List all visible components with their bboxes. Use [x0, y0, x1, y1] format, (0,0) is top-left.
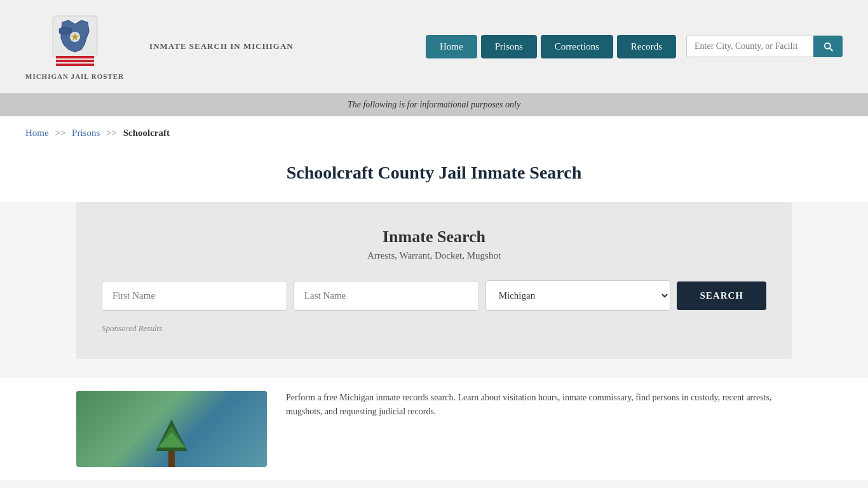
page-title-section: Schoolcraft County Jail Inmate Search: [0, 150, 868, 202]
last-name-input[interactable]: [294, 281, 479, 311]
header-search-wrapper: [686, 36, 843, 57]
svg-rect-3: [56, 56, 94, 58]
site-title: INMATE SEARCH IN MICHIGAN: [149, 41, 294, 52]
info-banner-text: The following is for informational purpo…: [348, 100, 520, 109]
breadcrumb-home-link[interactable]: Home: [25, 128, 49, 138]
facility-image: [76, 391, 267, 467]
svg-rect-6: [168, 451, 175, 467]
first-name-input[interactable]: [102, 281, 287, 311]
search-card-subtitle: Arrests, Warrant, Docket, Mugshot: [102, 250, 766, 261]
nav-prisons-button[interactable]: Prisons: [481, 35, 537, 58]
search-form: Michigan SEARCH: [102, 280, 766, 311]
search-button[interactable]: SEARCH: [677, 281, 766, 310]
tree-icon: [153, 416, 191, 467]
svg-rect-5: [56, 64, 94, 66]
svg-rect-4: [56, 60, 94, 62]
header-search-button[interactable]: [813, 36, 843, 57]
state-select[interactable]: Michigan: [485, 280, 671, 311]
breadcrumb-prisons-link[interactable]: Prisons: [72, 128, 100, 138]
site-header: MICHIGAN JAIL ROSTER INMATE SEARCH IN MI…: [0, 0, 868, 93]
breadcrumb-current: Schoolcraft: [123, 128, 170, 138]
breadcrumb: Home >> Prisons >> Schoolcraft: [0, 116, 868, 150]
logo-area: MICHIGAN JAIL ROSTER: [25, 13, 124, 80]
nav-corrections-button[interactable]: Corrections: [541, 35, 613, 58]
page-title: Schoolcraft County Jail Inmate Search: [25, 163, 843, 183]
breadcrumb-sep2: >>: [106, 128, 117, 138]
info-banner: The following is for informational purpo…: [0, 93, 868, 116]
search-icon: [822, 41, 834, 52]
bottom-section: Perform a free Michigan inmate records s…: [0, 378, 868, 480]
breadcrumb-sep1: >>: [55, 128, 65, 138]
search-card: Inmate Search Arrests, Warrant, Docket, …: [76, 202, 792, 359]
nav-home-button[interactable]: Home: [426, 35, 477, 58]
logo-icon: [50, 13, 100, 70]
search-card-title: Inmate Search: [102, 227, 766, 247]
main-nav: Home Prisons Corrections Records: [426, 35, 843, 58]
nav-records-button[interactable]: Records: [617, 35, 676, 58]
logo-text: MICHIGAN JAIL ROSTER: [25, 72, 124, 80]
sponsored-label: Sponsored Results: [102, 323, 766, 334]
bottom-description: Perform a free Michigan inmate records s…: [286, 391, 792, 467]
header-search-input[interactable]: [686, 36, 813, 57]
